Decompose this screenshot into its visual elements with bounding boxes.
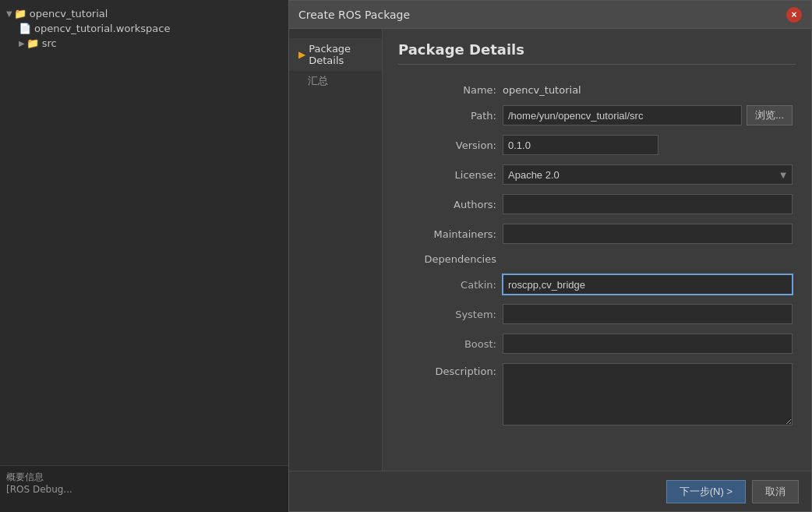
nav-label-summary: 汇总 bbox=[308, 75, 328, 87]
dependencies-label: Dependencies bbox=[398, 251, 500, 267]
maintainers-row: Maintainers: bbox=[398, 221, 796, 246]
authors-value-cell bbox=[500, 192, 796, 217]
tree-item-src[interactable]: ▶ 📁 src bbox=[12, 36, 288, 51]
maintainers-value-cell bbox=[500, 221, 796, 246]
tree-item-workspace[interactable]: 📄 opencv_tutorial.workspace bbox=[12, 21, 288, 36]
maintainers-input[interactable] bbox=[503, 224, 793, 244]
create-ros-package-dialog: Create ROS Package × ▶ Package Details 汇… bbox=[288, 0, 812, 512]
tree-label-opencv-tutorial: opencv_tutorial bbox=[30, 8, 108, 19]
nav-arrow-icon: ▶ bbox=[298, 49, 305, 60]
dialog-titlebar: Create ROS Package × bbox=[289, 1, 811, 29]
path-input[interactable] bbox=[503, 105, 742, 125]
catkin-label: Catkin: bbox=[398, 272, 500, 297]
system-input[interactable] bbox=[503, 304, 793, 324]
boost-value-cell bbox=[500, 331, 796, 356]
catkin-input[interactable] bbox=[503, 274, 793, 295]
nav-label-package-details: Package Details bbox=[309, 43, 372, 66]
boost-row: Boost: bbox=[398, 331, 796, 356]
dialog-footer: 下一步(N) > 取消 bbox=[289, 471, 811, 511]
license-select[interactable]: Apache 2.0 MIT BSD GPLv3 LGPLv3 bbox=[503, 164, 793, 185]
license-label: License: bbox=[398, 162, 500, 187]
version-row: Version: bbox=[398, 132, 796, 157]
description-row: Description: bbox=[398, 361, 796, 430]
dependencies-row: Dependencies bbox=[398, 251, 796, 267]
maintainers-label: Maintainers: bbox=[398, 221, 500, 246]
system-row: System: bbox=[398, 302, 796, 327]
version-label: Version: bbox=[398, 132, 500, 157]
name-static: opencv_tutorial bbox=[503, 84, 581, 96]
file-tree: ▼ 📁 opencv_tutorial 📄 opencv_tutorial.wo… bbox=[0, 0, 288, 57]
browse-button[interactable]: 浏览... bbox=[747, 105, 793, 125]
path-row-inner: 浏览... bbox=[503, 105, 793, 125]
content-title: Package Details bbox=[398, 41, 796, 65]
system-value-cell bbox=[500, 302, 796, 327]
tree-label-workspace: opencv_tutorial.workspace bbox=[34, 23, 170, 34]
license-value-cell: Apache 2.0 MIT BSD GPLv3 LGPLv3 bbox=[500, 162, 796, 187]
system-label: System: bbox=[398, 302, 500, 327]
name-label: Name: bbox=[398, 82, 500, 98]
path-label: Path: bbox=[398, 103, 500, 128]
license-select-wrapper: Apache 2.0 MIT BSD GPLv3 LGPLv3 bbox=[503, 164, 793, 185]
form-table: Name: opencv_tutorial Path: 浏览... bbox=[398, 77, 796, 435]
license-row: License: Apache 2.0 MIT BSD GPLv3 LGPLv3 bbox=[398, 162, 796, 187]
file-icon: 📄 bbox=[19, 23, 31, 34]
dialog-body: ▶ Package Details 汇总 Package Details Nam… bbox=[289, 29, 811, 471]
boost-label: Boost: bbox=[398, 331, 500, 356]
path-value-cell: 浏览... bbox=[500, 103, 796, 128]
status-line2: [ROS Debug... bbox=[6, 484, 282, 495]
authors-label: Authors: bbox=[398, 192, 500, 217]
authors-row: Authors: bbox=[398, 192, 796, 217]
catkin-row: Catkin: bbox=[398, 272, 796, 297]
version-value-cell bbox=[500, 132, 796, 157]
dialog-nav: ▶ Package Details 汇总 bbox=[289, 29, 383, 471]
description-value-cell bbox=[500, 361, 796, 430]
status-bar: 概要信息 [ROS Debug... bbox=[0, 465, 288, 512]
name-value: opencv_tutorial bbox=[500, 82, 796, 98]
description-textarea[interactable] bbox=[503, 363, 793, 425]
tree-arrow-src: ▶ bbox=[19, 39, 25, 48]
tree-arrow: ▼ bbox=[6, 9, 12, 18]
status-line1: 概要信息 bbox=[6, 471, 282, 484]
version-input[interactable] bbox=[503, 135, 658, 155]
nav-item-package-details[interactable]: ▶ Package Details bbox=[289, 38, 382, 71]
folder-icon: 📁 bbox=[14, 8, 26, 19]
catkin-value-cell bbox=[500, 272, 796, 297]
left-panel: ▼ 📁 opencv_tutorial 📄 opencv_tutorial.wo… bbox=[0, 0, 288, 512]
dialog-title: Create ROS Package bbox=[298, 9, 410, 21]
cancel-button[interactable]: 取消 bbox=[752, 480, 799, 503]
boost-input[interactable] bbox=[503, 334, 793, 354]
tree-item-opencv-tutorial[interactable]: ▼ 📁 opencv_tutorial bbox=[0, 6, 288, 21]
name-row: Name: opencv_tutorial bbox=[398, 82, 796, 98]
dialog-content: Package Details Name: opencv_tutorial Pa… bbox=[383, 29, 811, 471]
authors-input[interactable] bbox=[503, 194, 793, 214]
folder-icon-src: 📁 bbox=[26, 37, 39, 49]
close-button[interactable]: × bbox=[786, 7, 802, 23]
tree-label-src: src bbox=[42, 37, 57, 49]
next-button[interactable]: 下一步(N) > bbox=[666, 480, 746, 503]
nav-item-summary[interactable]: 汇总 bbox=[289, 71, 382, 91]
path-row: Path: 浏览... bbox=[398, 103, 796, 128]
description-label: Description: bbox=[398, 361, 500, 430]
